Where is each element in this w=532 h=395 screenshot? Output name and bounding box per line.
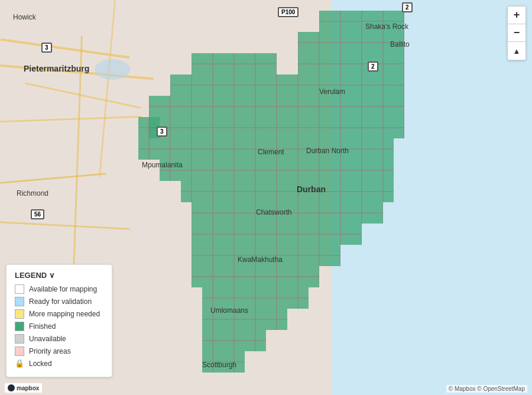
legend-label-finished: Finished — [29, 322, 56, 331]
mapbox-logo-text: mapbox — [17, 385, 39, 391]
legend-swatch-unavailable — [15, 334, 24, 344]
legend-label-ready: Ready for validation — [29, 297, 92, 306]
attribution: © Mapbox © OpenStreetMap — [446, 385, 527, 393]
reset-bearing-button[interactable]: ▲ — [508, 42, 525, 60]
map-container: Pietermaritzburg Richmond Mpumalanita Ho… — [0, 0, 532, 395]
mapbox-logo[interactable]: mapbox — [5, 383, 42, 393]
legend-swatch-more-mapping — [15, 309, 24, 319]
zoom-out-button[interactable]: − — [508, 24, 525, 42]
legend-item-unavailable: Unavailable — [15, 334, 103, 344]
legend-label-unavailable: Unavailable — [29, 335, 66, 343]
legend-item-locked: 🔒 Locked — [15, 359, 103, 368]
mapbox-icon — [8, 384, 15, 391]
legend-item-ready: Ready for validation — [15, 297, 103, 306]
road-sign-3b: 3 — [157, 127, 167, 137]
road-sign-2a: 2 — [402, 2, 413, 12]
map-controls: + − ▲ — [507, 6, 526, 60]
legend: LEGEND ∨ Available for mapping Ready for… — [6, 264, 112, 377]
legend-item-available: Available for mapping — [15, 284, 103, 294]
legend-item-priority: Priority areas — [15, 347, 103, 356]
legend-swatch-ready — [15, 297, 24, 306]
road-sign-2b: 2 — [368, 61, 378, 72]
lock-icon: 🔒 — [15, 359, 24, 368]
legend-item-more-mapping: More mapping needed — [15, 309, 103, 319]
legend-label-available: Available for mapping — [29, 285, 97, 293]
legend-label-more-mapping: More mapping needed — [29, 310, 100, 318]
legend-swatch-finished — [15, 322, 24, 331]
legend-swatch-available — [15, 284, 24, 294]
legend-swatch-priority — [15, 347, 24, 356]
legend-label-locked: Locked — [29, 360, 52, 368]
road-sign-56: 56 — [31, 209, 44, 219]
road-sign-3a: 3 — [41, 43, 52, 53]
zoom-in-button[interactable]: + — [508, 7, 525, 24]
legend-label-priority: Priority areas — [29, 347, 71, 355]
legend-title[interactable]: LEGEND ∨ — [15, 271, 103, 280]
legend-title-text: LEGEND — [15, 271, 47, 280]
road-sign-p100: P100 — [278, 7, 299, 17]
legend-chevron-icon: ∨ — [49, 271, 55, 280]
legend-item-finished: Finished — [15, 322, 103, 331]
